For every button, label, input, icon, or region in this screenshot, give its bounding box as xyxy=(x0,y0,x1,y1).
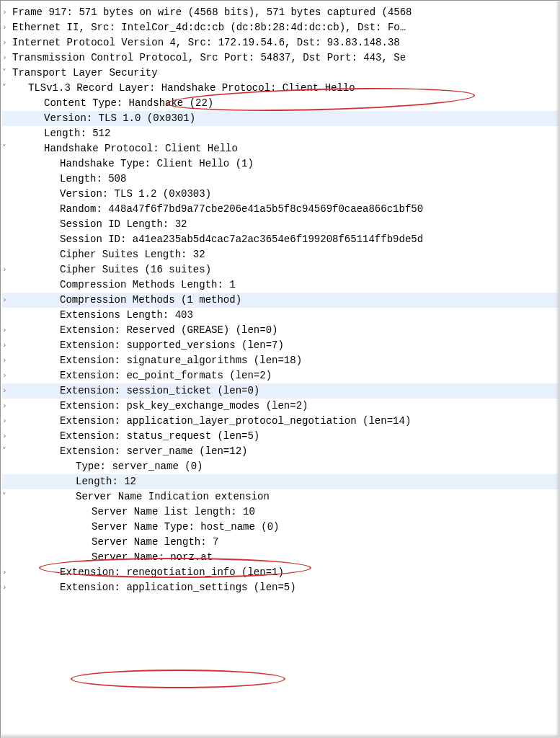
tree-row[interactable]: Extension: ec_point_formats (len=2) xyxy=(2,368,560,383)
tree-row[interactable]: Extension: renegotiation_info (len=1) xyxy=(2,565,560,580)
row-label: Handshake Protocol: Client Hello xyxy=(9,141,238,156)
tree-row[interactable]: Server Name Indication extension xyxy=(2,489,560,504)
row-label: Compression Methods Length: 1 xyxy=(9,277,236,293)
row-label: Session ID Length: 32 xyxy=(9,217,187,232)
caret-open-icon[interactable] xyxy=(2,143,9,154)
caret-closed-icon[interactable] xyxy=(2,370,9,381)
tree-row[interactable]: Cipher Suites Length: 32 xyxy=(2,247,560,262)
tree-row[interactable]: Ethernet II, Src: IntelCor_4d:dc:cb (dc:… xyxy=(2,20,560,35)
tree-row[interactable]: Frame 917: 571 bytes on wire (4568 bits)… xyxy=(2,5,560,20)
caret-closed-icon[interactable] xyxy=(2,37,9,48)
tree-row[interactable]: Compression Methods (1 method) xyxy=(2,293,560,308)
row-label: Handshake Type: Client Hello (1) xyxy=(9,156,254,172)
caret-closed-icon[interactable] xyxy=(2,22,9,32)
row-label: Server Name: norz.at xyxy=(9,550,213,565)
tree-row[interactable]: Handshake Type: Client Hello (1) xyxy=(2,156,560,172)
tree-row[interactable]: Extension: supported_versions (len=7) xyxy=(2,338,560,353)
tree-row[interactable]: Extension: application_layer_protocol_ne… xyxy=(2,414,560,429)
tree-row[interactable]: Internet Protocol Version 4, Src: 172.19… xyxy=(2,35,560,50)
caret-open-icon[interactable] xyxy=(2,68,9,78)
annotation-oval-server-name-value xyxy=(71,670,285,688)
tree-row[interactable]: Version: TLS 1.2 (0x0303) xyxy=(2,187,560,202)
caret-closed-icon[interactable] xyxy=(2,355,9,365)
caret-open-icon[interactable] xyxy=(2,83,9,93)
row-label: Extension: Reserved (GREASE) (len=0) xyxy=(9,323,277,338)
row-label: Transport Layer Security xyxy=(9,66,158,81)
row-label: Type: server_name (0) xyxy=(9,459,203,474)
row-label: Server Name Type: host_name (0) xyxy=(9,520,279,535)
tree-row[interactable]: Compression Methods Length: 1 xyxy=(2,277,560,293)
tree-row[interactable]: Extension: application_settings (len=5) xyxy=(2,580,560,595)
tree-row[interactable]: Extension: Reserved (GREASE) (len=0) xyxy=(2,323,560,338)
tree-row[interactable]: Session ID Length: 32 xyxy=(2,217,560,232)
row-label: Extension: server_name (len=12) xyxy=(9,444,247,459)
tree-row[interactable]: Handshake Protocol: Client Hello xyxy=(2,141,560,156)
tree-row[interactable]: Cipher Suites (16 suites) xyxy=(2,262,560,277)
row-label: Server Name Indication extension xyxy=(9,489,270,504)
tree-row[interactable]: TLSv1.3 Record Layer: Handshake Protocol… xyxy=(2,81,560,96)
caret-closed-icon[interactable] xyxy=(2,264,9,275)
tree-row[interactable]: Server Name list length: 10 xyxy=(2,504,560,520)
caret-closed-icon[interactable] xyxy=(2,386,9,396)
tree-row[interactable]: Content Type: Handshake (22) xyxy=(2,96,560,111)
caret-closed-icon[interactable] xyxy=(2,325,9,335)
tree-row[interactable]: Server Name Type: host_name (0) xyxy=(2,520,560,535)
tree-row[interactable]: Transport Layer Security xyxy=(2,66,560,81)
tree-row[interactable]: Extension: signature_algorithms (len=18) xyxy=(2,353,560,368)
tree-row[interactable]: Length: 508 xyxy=(2,172,560,187)
row-label: Frame 917: 571 bytes on wire (4568 bits)… xyxy=(9,5,412,20)
row-label: Extension: psk_key_exchange_modes (len=2… xyxy=(9,399,308,414)
row-label: Extension: application_layer_protocol_ne… xyxy=(9,414,411,429)
tree-row[interactable]: Type: server_name (0) xyxy=(2,459,560,474)
row-label: Ethernet II, Src: IntelCor_4d:dc:cb (dc:… xyxy=(9,20,406,35)
caret-closed-icon[interactable] xyxy=(2,416,9,426)
row-label: Version: TLS 1.0 (0x0301) xyxy=(9,111,195,126)
row-label: Session ID: a41ea235ab5d4cac7a2ac3654e6f… xyxy=(9,232,423,247)
tree-row[interactable]: Extension: server_name (len=12) xyxy=(2,444,560,459)
tree-row[interactable]: Version: TLS 1.0 (0x0301) xyxy=(2,111,560,126)
row-label: Extension: supported_versions (len=7) xyxy=(9,338,284,353)
caret-closed-icon[interactable] xyxy=(2,340,9,350)
tree-row[interactable]: Transmission Control Protocol, Src Port:… xyxy=(2,50,560,66)
tree-row[interactable]: Extensions Length: 403 xyxy=(2,308,560,323)
tree-row[interactable]: Extension: psk_key_exchange_modes (len=2… xyxy=(2,399,560,414)
torn-edge-bottom xyxy=(1,734,560,738)
caret-closed-icon[interactable] xyxy=(2,567,9,577)
caret-open-icon[interactable] xyxy=(2,492,9,502)
caret-closed-icon[interactable] xyxy=(2,295,9,305)
tree-row[interactable]: Extension: session_ticket (len=0) xyxy=(2,383,560,399)
caret-closed-icon[interactable] xyxy=(2,7,9,17)
row-label: Random: 448a47f6f7bd9a77cbe206e41a5b5f8c… xyxy=(9,202,423,217)
row-label: Internet Protocol Version 4, Src: 172.19… xyxy=(9,35,400,50)
packet-details-pane: Frame 917: 571 bytes on wire (4568 bits)… xyxy=(0,0,560,738)
caret-closed-icon[interactable] xyxy=(2,401,9,411)
caret-closed-icon[interactable] xyxy=(2,53,9,63)
row-label: Server Name length: 7 xyxy=(9,535,218,550)
caret-closed-icon[interactable] xyxy=(2,582,9,592)
tree-row[interactable]: Session ID: a41ea235ab5d4cac7a2ac3654e6f… xyxy=(2,232,560,247)
caret-closed-icon[interactable] xyxy=(2,431,9,441)
row-label: Content Type: Handshake (22) xyxy=(9,96,213,111)
caret-open-icon[interactable] xyxy=(2,446,9,456)
tree-row[interactable]: Server Name length: 7 xyxy=(2,535,560,550)
row-label: Length: 12 xyxy=(9,474,136,489)
tree-row[interactable]: Length: 12 xyxy=(2,474,560,489)
packet-tree: Frame 917: 571 bytes on wire (4568 bits)… xyxy=(2,5,560,595)
tree-row[interactable]: Length: 512 xyxy=(2,126,560,141)
row-label: Extensions Length: 403 xyxy=(9,308,193,323)
tree-row[interactable]: Extension: status_request (len=5) xyxy=(2,429,560,444)
row-label: Extension: ec_point_formats (len=2) xyxy=(9,368,272,383)
tree-row[interactable]: Random: 448a47f6f7bd9a77cbe206e41a5b5f8c… xyxy=(2,202,560,217)
row-label: Version: TLS 1.2 (0x0303) xyxy=(9,187,211,202)
row-label: Extension: application_settings (len=5) xyxy=(9,580,296,595)
row-label: Extension: session_ticket (len=0) xyxy=(9,383,259,399)
tree-row[interactable]: Server Name: norz.at xyxy=(2,550,560,565)
row-label: Server Name list length: 10 xyxy=(9,504,255,520)
row-label: Extension: signature_algorithms (len=18) xyxy=(9,353,302,368)
row-label: TLSv1.3 Record Layer: Handshake Protocol… xyxy=(9,81,355,96)
row-label: Length: 512 xyxy=(9,126,110,141)
row-label: Extension: status_request (len=5) xyxy=(9,429,259,444)
row-label: Extension: renegotiation_info (len=1) xyxy=(9,565,284,580)
row-label: Length: 508 xyxy=(9,172,126,187)
row-label: Transmission Control Protocol, Src Port:… xyxy=(9,50,406,66)
